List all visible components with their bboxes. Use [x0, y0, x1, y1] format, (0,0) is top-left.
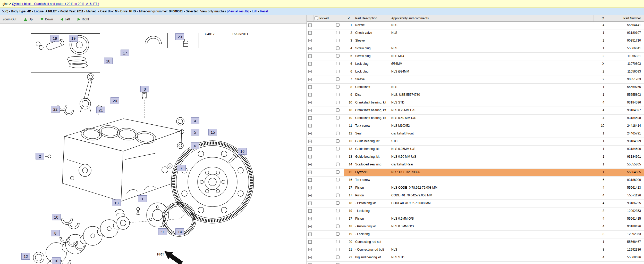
picked-checkbox[interactable]	[336, 201, 340, 205]
part-label-7[interactable]: 7	[177, 165, 186, 171]
table-row[interactable]: +10Crankshaft bearing, kitNLS 0.50 MM U/…	[307, 115, 644, 122]
picked-checkbox[interactable]	[336, 70, 340, 73]
table-row[interactable]: +5Screw plugNLS M14211056321	[307, 53, 644, 60]
part-label-9[interactable]: 9	[158, 228, 167, 235]
part-label-12[interactable]: 12	[21, 253, 30, 260]
expand-icon[interactable]: +	[308, 140, 312, 143]
table-row[interactable]: +19· Lock ring812992353	[307, 207, 644, 215]
table-row[interactable]: +10Crankshaft bearing, kitNLS STD4931845…	[307, 99, 644, 107]
pan-up-button[interactable]: Up	[24, 18, 32, 21]
part-label-4[interactable]: 4	[191, 117, 199, 124]
picked-checkbox[interactable]	[336, 147, 340, 150]
expand-icon[interactable]: +	[308, 124, 312, 127]
table-row[interactable]: +13Guide bearing, kitSTD193184599	[307, 138, 644, 146]
table-row[interactable]: +4Screw plugNLS155566841	[307, 45, 644, 53]
picked-checkbox[interactable]	[336, 186, 340, 189]
expand-icon[interactable]: +	[308, 39, 312, 42]
expand-icon[interactable]: +	[308, 240, 312, 244]
picked-checkbox[interactable]	[336, 217, 340, 220]
part-label-10[interactable]: 10	[52, 214, 61, 220]
picked-checkbox[interactable]	[336, 155, 340, 158]
part-label-1[interactable]: 1	[138, 195, 147, 202]
expand-icon[interactable]: +	[308, 225, 312, 228]
part-label-18[interactable]: 18	[104, 58, 113, 64]
expand-icon[interactable]: +	[308, 202, 312, 205]
picked-checkbox[interactable]	[336, 85, 340, 89]
picked-checkbox[interactable]	[336, 62, 340, 65]
table-row[interactable]: +15FlywheelNLS: USE 32073326155564555	[307, 169, 644, 177]
picked-checkbox[interactable]	[336, 101, 340, 104]
table-row[interactable]: +17PistonCODE=01 79.042-79.058 MM4555711…	[307, 192, 644, 200]
picked-checkbox[interactable]	[336, 93, 340, 96]
expand-icon[interactable]: +	[308, 78, 312, 81]
part-label-14[interactable]: 14	[175, 228, 184, 235]
picked-checkbox[interactable]	[336, 77, 340, 81]
picked-checkbox[interactable]	[336, 209, 340, 212]
picked-checkbox[interactable]	[336, 170, 340, 174]
expand-icon[interactable]: +	[308, 248, 312, 251]
expand-icon[interactable]: +	[308, 93, 312, 97]
expand-icon[interactable]: +	[308, 171, 312, 174]
expand-icon[interactable]: +	[308, 186, 312, 189]
picked-checkbox[interactable]	[336, 23, 340, 27]
table-row[interactable]: +2Check valveNLS193180107	[307, 29, 644, 37]
table-row[interactable]: +13Guide bearing, kitNLS 0.50 MM U/S1931…	[307, 153, 644, 161]
table-row[interactable]: +22Big end bearing kitNLS STD455568636	[307, 254, 644, 262]
part-label-19[interactable]: 19	[69, 35, 78, 42]
table-row[interactable]: +22Big end bearing kitNLS 0.25MM U/S4555…	[307, 262, 644, 264]
table-row[interactable]: +17PistonNLS CODE=0 78.992-79.008 MM4555…	[307, 184, 644, 192]
expand-icon[interactable]: +	[308, 147, 312, 151]
part-label-2[interactable]: 2	[36, 153, 44, 159]
table-row[interactable]: +16Torx screw693186900	[307, 177, 644, 184]
picked-checkbox[interactable]	[336, 248, 340, 251]
expand-icon[interactable]: +	[308, 54, 312, 58]
table-row[interactable]: +19· Lock ring812992353	[307, 231, 644, 238]
expand-icon[interactable]: +	[308, 209, 312, 213]
expand-icon[interactable]: +	[308, 47, 312, 50]
picked-checkbox[interactable]	[336, 232, 340, 236]
expand-icon[interactable]: +	[308, 85, 312, 89]
table-row[interactable]: +8CrankshaftNLS155569766	[307, 84, 644, 91]
picked-checkbox[interactable]	[336, 163, 340, 166]
table-row[interactable]: +1NozzleNLS455564441	[307, 22, 644, 29]
picked-checkbox[interactable]	[336, 108, 340, 112]
expand-icon[interactable]: +	[308, 109, 312, 112]
table-row[interactable]: +12Sealcrankshaft Front124465791	[307, 130, 644, 138]
table-row[interactable]: +7Sleeve290351703	[307, 76, 644, 84]
expand-icon[interactable]: +	[308, 23, 312, 27]
table-row[interactable]: +21· Connecting rod boltNLS812992336	[307, 246, 644, 254]
table-row[interactable]: +6Lock plugØ36MMX11070803	[307, 60, 644, 68]
picked-checkbox[interactable]	[336, 255, 340, 259]
part-label-5[interactable]: 5	[191, 129, 199, 135]
part-label-3[interactable]: 3	[140, 86, 149, 92]
picked-checkbox[interactable]	[336, 116, 340, 119]
picked-checkbox[interactable]	[336, 178, 340, 181]
part-label-17[interactable]: 17	[121, 50, 129, 56]
picked-checkbox[interactable]	[336, 124, 340, 127]
table-row[interactable]: +3Sleeve290351710	[307, 37, 644, 45]
breadcrumb-link[interactable]: Cylinder block - Crankshaft and piston (…	[12, 2, 99, 6]
part-label-23[interactable]: 23	[175, 33, 184, 40]
picked-checkbox[interactable]	[336, 225, 340, 228]
picked-checkbox[interactable]	[336, 240, 340, 243]
table-row[interactable]: +18· Piston ring kitNLS 0.5MM O/S4931884…	[307, 223, 644, 231]
table-row[interactable]: +18· Piston ring kitCODE=0 78.992-79.008…	[307, 200, 644, 207]
part-label-8[interactable]: 8	[51, 230, 60, 236]
expand-icon[interactable]: +	[308, 163, 312, 166]
pan-down-button[interactable]: Down	[40, 18, 53, 21]
expand-icon[interactable]: +	[308, 70, 312, 73]
table-row[interactable]: +10Crankshaft bearing, kitNLS 0.25MM U/S…	[307, 107, 644, 115]
table-row[interactable]: +13Guide bearing, kitNLS 0.25MM U/S19318…	[307, 146, 644, 153]
part-label-16[interactable]: 16	[238, 148, 247, 155]
expand-icon[interactable]: +	[308, 194, 312, 197]
table-row[interactable]: +9DiscNLS: USE 55574780155555803	[307, 91, 644, 99]
picked-checkbox[interactable]	[336, 39, 340, 42]
filter-link[interactable]: Reset	[260, 10, 268, 13]
filter-link[interactable]: Edit	[252, 10, 257, 13]
pan-right-button[interactable]: Right	[78, 18, 89, 21]
filter-link[interactable]: [View all results]	[227, 10, 249, 13]
part-label-6[interactable]: 6	[191, 142, 199, 149]
picked-checkbox[interactable]	[336, 132, 340, 135]
expand-icon[interactable]: +	[308, 233, 312, 236]
table-row[interactable]: +20Connecting rod set155568467	[307, 238, 644, 246]
